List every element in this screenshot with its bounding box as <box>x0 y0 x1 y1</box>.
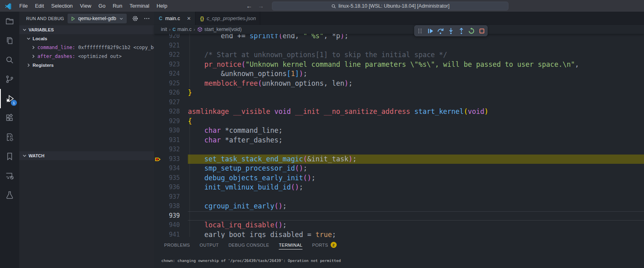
activity-remote-monitor-icon[interactable] <box>0 166 19 186</box>
more-actions-icon[interactable] <box>144 15 150 22</box>
code-line-930[interactable]: 930 char *command_line; <box>154 126 644 136</box>
code-line-938[interactable]: 938 cgroup_init_early(); <box>154 202 644 211</box>
breadcrumb-item-main.c[interactable]: Cmain.c <box>173 27 191 32</box>
locals-group[interactable]: Locals <box>19 34 154 43</box>
toolbar-drag-handle[interactable] <box>416 27 424 35</box>
variable-row-command_line[interactable]: command_line: 0xffffffff82f9c1b2 <copy_b… <box>19 43 154 52</box>
command-center-search[interactable]: linux-5.18.10 [WSL: Ubuntu-18.04] [Admin… <box>272 2 508 10</box>
code-line-926[interactable]: 926} <box>154 88 644 98</box>
line-number-930[interactable]: 930 <box>154 126 188 136</box>
code-line-925[interactable]: 925 memblock_free(unknown_options, len); <box>154 79 644 89</box>
debug-restart-button[interactable] <box>468 27 475 35</box>
panel-tab-ports[interactable]: PORTS2 <box>312 242 337 250</box>
breadcrumb-item-start_kernelvoid[interactable]: start_kernel(void) <box>197 27 242 32</box>
line-number-941[interactable]: 941 <box>154 230 188 239</box>
code-line-921[interactable]: 921 <box>154 41 644 51</box>
launch-config-dropdown[interactable]: qemu-kernel-gdb <box>68 14 127 23</box>
code-line-932[interactable]: 932 <box>154 145 644 155</box>
debug-step-over-button[interactable] <box>437 27 444 35</box>
chevron-down-icon <box>119 16 124 21</box>
editor-tab-c_cpp_properties.json[interactable]: {}c_cpp_properties.json <box>195 12 261 25</box>
line-number-937[interactable]: 937 <box>154 192 188 202</box>
code-line-940[interactable]: 940 local_irq_disable(); <box>154 221 644 230</box>
breadcrumb-item-init[interactable]: init <box>161 27 167 32</box>
menu-go[interactable]: Go <box>95 0 109 12</box>
activity-search-icon[interactable] <box>0 50 19 70</box>
start-debug-icon[interactable] <box>70 16 76 21</box>
line-number-920[interactable]: 920 <box>154 34 188 41</box>
menu-file[interactable]: File <box>16 0 31 12</box>
code-text: set_task_stack_end_magic(&init_task); <box>188 155 644 164</box>
code-line-933[interactable]: 933 set_task_stack_end_magic(&init_task)… <box>154 155 644 164</box>
code-line-923[interactable]: 923 pr_notice("Unknown kernel command li… <box>154 60 644 70</box>
line-number-924[interactable]: 924 <box>154 69 188 79</box>
code-editor[interactable]: 920 end += sprintf(end, " %s", *p);92192… <box>154 34 644 238</box>
code-line-920[interactable]: 920 end += sprintf(end, " %s", *p); <box>154 34 644 41</box>
line-number-938[interactable]: 938 <box>154 202 188 211</box>
code-line-931[interactable]: 931 char *after_dashes; <box>154 136 644 145</box>
menu-selection[interactable]: Selection <box>47 0 76 12</box>
menu-help[interactable]: Help <box>153 0 171 12</box>
line-number-923[interactable]: 923 <box>154 60 188 70</box>
activity-source-control-icon[interactable] <box>0 70 19 89</box>
editor-tab-bar: Cmain.c✕{}c_cpp_properties.json <box>154 12 644 25</box>
menu-run[interactable]: Run <box>109 0 126 12</box>
activity-extensions-icon[interactable] <box>0 108 19 128</box>
line-number-935[interactable]: 935 <box>154 173 188 183</box>
close-icon[interactable]: ✕ <box>187 16 191 21</box>
activity-file-settings-icon[interactable] <box>0 128 19 147</box>
line-number-922[interactable]: 922 <box>154 50 188 60</box>
activity-bookmark-icon[interactable] <box>0 147 19 166</box>
code-line-941[interactable]: 941 early_boot_irqs_disabled = true; <box>154 230 644 239</box>
nav-forward-icon[interactable]: → <box>258 2 264 9</box>
panel-tab-output[interactable]: OUTPUT <box>200 243 219 249</box>
breadcrumb[interactable]: init›Cmain.c›start_kernel(void) <box>154 25 644 34</box>
gear-icon[interactable] <box>132 15 138 22</box>
activity-beaker-icon[interactable] <box>0 186 19 205</box>
variable-row-after_dashes[interactable]: after_dashes: <optimized out> <box>19 52 154 61</box>
line-number-927[interactable]: 927 <box>154 98 188 107</box>
line-number-929[interactable]: 929 <box>154 117 188 126</box>
watch-section-header[interactable]: WATCH <box>19 151 154 160</box>
line-number-939[interactable]: 939 <box>154 211 188 221</box>
code-line-924[interactable]: 924 &unknown_options[1]); <box>154 69 644 79</box>
code-line-934[interactable]: 934 smp_setup_processor_id(); <box>154 164 644 173</box>
code-line-927[interactable]: 927 <box>154 98 644 107</box>
activity-folder-icon[interactable] <box>0 12 19 31</box>
panel-tab-problems[interactable]: PROBLEMS <box>164 243 190 249</box>
activity-run-debug-icon[interactable]: 1 <box>0 89 19 108</box>
menu-edit[interactable]: Edit <box>31 0 47 12</box>
line-number-932[interactable]: 932 <box>154 145 188 155</box>
line-number-925[interactable]: 925 <box>154 79 188 89</box>
panel-tab-debug-console[interactable]: DEBUG CONSOLE <box>228 243 269 249</box>
line-number-936[interactable]: 936 <box>154 183 188 192</box>
activity-files-icon[interactable] <box>0 31 19 50</box>
menu-terminal[interactable]: Terminal <box>126 0 153 12</box>
line-number-933[interactable]: 933 <box>154 155 188 164</box>
debug-continue-button[interactable] <box>427 27 434 35</box>
line-number-940[interactable]: 940 <box>154 221 188 230</box>
debug-stop-button[interactable] <box>478 27 486 35</box>
line-number-926[interactable]: 926 <box>154 88 188 98</box>
debug-step-out-button[interactable] <box>458 27 465 35</box>
code-line-936[interactable]: 936 init_vmlinux_build_id(); <box>154 183 644 192</box>
code-line-935[interactable]: 935 debug_objects_early_init(); <box>154 173 644 183</box>
line-number-928[interactable]: 928 <box>154 107 188 117</box>
registers-group[interactable]: Registers <box>19 61 154 70</box>
line-number-934[interactable]: 934 <box>154 164 188 173</box>
panel-tab-label: DEBUG CONSOLE <box>228 243 269 247</box>
variables-section-header[interactable]: VARIABLES <box>19 25 154 34</box>
code-line-929[interactable]: 929{ <box>154 117 644 126</box>
line-number-931[interactable]: 931 <box>154 136 188 145</box>
panel-tab-terminal[interactable]: TERMINAL <box>279 243 302 249</box>
code-line-928[interactable]: 928asmlinkage __visible void __init __no… <box>154 107 644 117</box>
menu-view[interactable]: View <box>76 0 95 12</box>
code-line-939[interactable]: 939 <box>154 211 644 221</box>
debug-step-into-button[interactable] <box>447 27 455 35</box>
code-line-922[interactable]: 922 /* Start at unknown_options[1] to sk… <box>154 50 644 60</box>
code-text: local_irq_disable(); <box>188 221 644 230</box>
editor-tab-main.c[interactable]: Cmain.c✕ <box>154 12 195 25</box>
code-line-937[interactable]: 937 <box>154 192 644 202</box>
nav-back-icon[interactable]: ← <box>246 2 252 9</box>
line-number-921[interactable]: 921 <box>154 41 188 51</box>
